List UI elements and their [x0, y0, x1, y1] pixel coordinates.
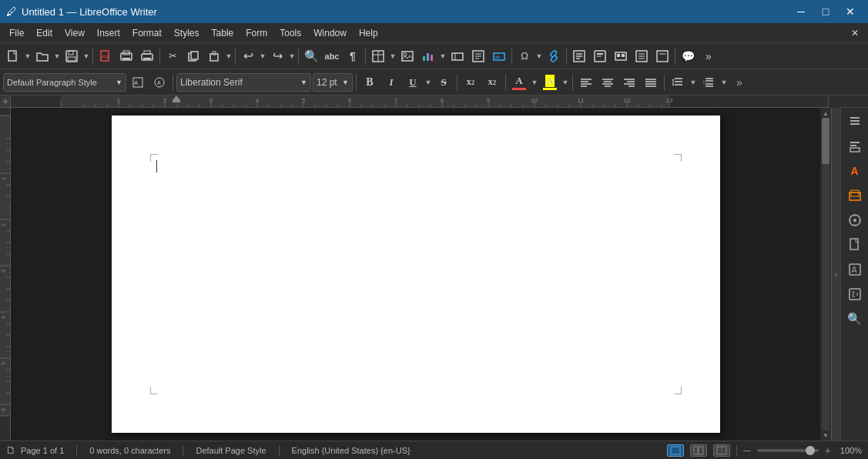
insert-comment-button[interactable]: 💬: [678, 46, 698, 66]
insert-field-button[interactable]: ab: [489, 46, 509, 66]
zoom-increase-button[interactable]: +: [825, 445, 831, 456]
menu-format[interactable]: Format: [126, 25, 168, 42]
zoom-slider[interactable]: [757, 449, 819, 452]
print-button[interactable]: [137, 46, 157, 66]
spelling-button[interactable]: abc: [322, 46, 342, 66]
menu-help[interactable]: Help: [353, 25, 384, 42]
minimize-button[interactable]: ─: [789, 0, 813, 23]
styles-button[interactable]: [590, 46, 610, 66]
underline-button[interactable]: U: [403, 72, 423, 92]
menubar-close[interactable]: ✕: [845, 25, 865, 41]
insert-image-button[interactable]: [397, 46, 417, 66]
vertical-scrollbar[interactable]: ▲ ▼: [820, 108, 831, 441]
view-normal-button[interactable]: [667, 444, 684, 457]
redo-button[interactable]: ↪: [267, 46, 287, 66]
menu-view[interactable]: View: [59, 25, 91, 42]
sidebar-functions-button[interactable]: [844, 283, 866, 305]
sidebar-properties-button[interactable]: [844, 111, 866, 132]
undo-dd[interactable]: ▼: [259, 46, 266, 66]
menu-insert[interactable]: Insert: [91, 25, 126, 42]
align-left-button[interactable]: [576, 72, 596, 92]
zoom-thumb[interactable]: [806, 446, 815, 455]
scrollbar-down-arrow[interactable]: ▼: [821, 431, 830, 440]
scrollbar-up-arrow[interactable]: ▲: [821, 109, 830, 118]
sidebar-search-button[interactable]: 🔍: [844, 308, 866, 330]
sidebar-navigator-button[interactable]: [844, 209, 866, 231]
menu-window[interactable]: Window: [307, 25, 353, 42]
paste-button[interactable]: [204, 46, 224, 66]
paragraph-style-select[interactable]: Default Paragraph Style ▼: [3, 73, 126, 92]
formatting-marks-button[interactable]: ¶: [343, 46, 363, 66]
save-dd[interactable]: ▼: [82, 46, 90, 66]
align-justify-button[interactable]: [641, 72, 661, 92]
open-dropdown[interactable]: ▼: [24, 46, 32, 66]
superscript-button[interactable]: x2: [461, 72, 481, 92]
more-toolbar-button[interactable]: »: [699, 46, 719, 66]
line-spacing-dd[interactable]: ▼: [689, 72, 697, 92]
save-button[interactable]: [62, 46, 82, 66]
sidebar-styles-button[interactable]: [844, 136, 866, 157]
insert-specialchar-dd[interactable]: ▼: [535, 46, 543, 66]
sidebar-page-button[interactable]: [844, 234, 866, 256]
findreplacement-button[interactable]: 🔍: [301, 46, 321, 66]
insert-textbox-button[interactable]: [447, 46, 468, 66]
font-size-select[interactable]: 12 pt ▼: [313, 73, 353, 92]
new-button[interactable]: [3, 46, 23, 66]
menu-styles[interactable]: Styles: [168, 25, 206, 42]
bold-button[interactable]: B: [360, 72, 380, 92]
italic-button[interactable]: I: [381, 72, 401, 92]
menu-form[interactable]: Form: [240, 25, 273, 42]
line-spacing-button[interactable]: [668, 72, 688, 92]
insert-table-button[interactable]: [368, 46, 388, 66]
toolbar-dd[interactable]: [632, 46, 652, 66]
scrollbar-track[interactable]: [822, 118, 829, 431]
export-pdf-button[interactable]: PDF: [96, 46, 116, 66]
undo-button[interactable]: ↩: [238, 46, 258, 66]
align-center-button[interactable]: [598, 72, 618, 92]
scrollbar-thumb[interactable]: [822, 118, 829, 164]
align-right-button[interactable]: [619, 72, 639, 92]
highlight-button[interactable]: A: [540, 72, 560, 92]
menu-table[interactable]: Table: [206, 25, 240, 42]
sidebar-gallery-button[interactable]: [844, 185, 866, 206]
sidebar-collapse-handle[interactable]: ‹: [831, 108, 840, 441]
insert-dd1[interactable]: ▼: [439, 46, 447, 66]
open-button[interactable]: [32, 46, 52, 66]
insert-specialchar-button[interactable]: Ω: [514, 46, 535, 66]
underline-dd[interactable]: ▼: [424, 72, 432, 92]
style-options-button[interactable]: A: [128, 72, 148, 92]
font-name-select[interactable]: Liberation Serif ▼: [176, 73, 311, 92]
view-web-button[interactable]: [690, 444, 707, 457]
paragraph-spacing-dd[interactable]: ▼: [720, 72, 728, 92]
open-dd[interactable]: ▼: [53, 46, 61, 66]
zoom-decrease-button[interactable]: ─: [743, 445, 751, 456]
font-color-button[interactable]: A: [509, 72, 529, 92]
menu-edit[interactable]: Edit: [30, 25, 59, 42]
insert-special-button[interactable]: [468, 46, 488, 66]
print-preview-button[interactable]: [116, 46, 136, 66]
copy-button[interactable]: [183, 46, 203, 66]
subscript-button[interactable]: x2: [482, 72, 502, 92]
cut-button[interactable]: ✂: [163, 46, 183, 66]
strikethrough-button[interactable]: S: [434, 72, 454, 92]
navigator-button[interactable]: [569, 46, 589, 66]
document-page[interactable]: @keyframes blink { 0%,100%{opacity:1} 50…: [112, 116, 720, 433]
sidebar-stylist-button[interactable]: A: [844, 160, 866, 182]
redo-dd[interactable]: ▼: [288, 46, 296, 66]
document-area[interactable]: @keyframes blink { 0%,100%{opacity:1} 50…: [11, 108, 820, 441]
more-formatting-button[interactable]: »: [729, 72, 749, 92]
insert-hyperlink-button[interactable]: [544, 46, 564, 66]
gallery-button[interactable]: [611, 46, 631, 66]
insert-table-dd[interactable]: ▼: [389, 46, 397, 66]
highlight-dd[interactable]: ▼: [561, 72, 569, 92]
maximize-button[interactable]: □: [814, 0, 837, 23]
insert-chart-button[interactable]: [418, 46, 438, 66]
menu-tools[interactable]: Tools: [273, 25, 307, 42]
paragraph-spacing-button[interactable]: [699, 72, 719, 92]
view-book-button[interactable]: [713, 444, 730, 457]
menu-file[interactable]: File: [3, 25, 30, 42]
close-button[interactable]: ✕: [839, 0, 862, 23]
sidebar-design-button[interactable]: [844, 259, 866, 280]
font-color-dd[interactable]: ▼: [531, 72, 538, 92]
toolbar-dd2[interactable]: [652, 46, 672, 66]
